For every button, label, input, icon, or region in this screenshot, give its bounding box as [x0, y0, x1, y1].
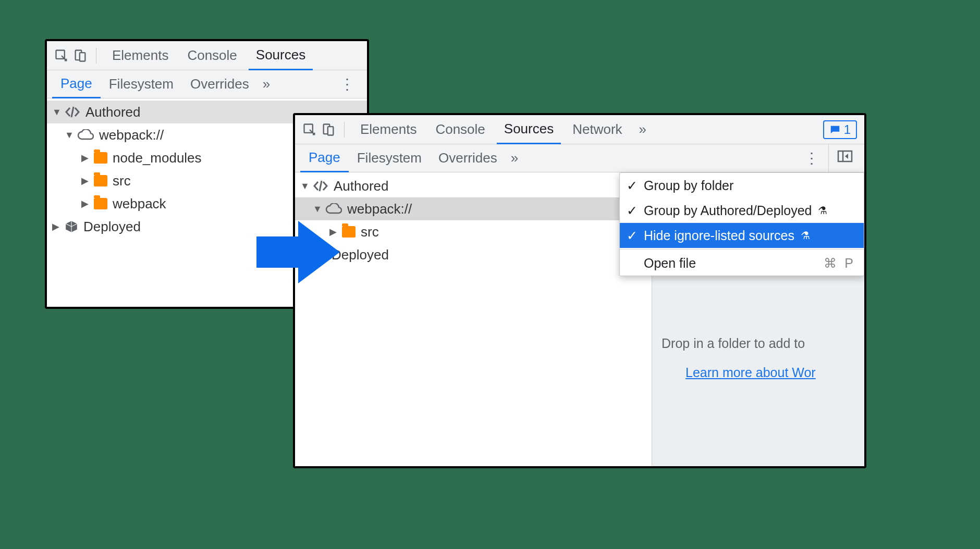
tree-label: src: [361, 224, 379, 240]
tab-elements[interactable]: Elements: [353, 115, 424, 144]
expand-icon[interactable]: [65, 130, 72, 141]
subtab-overrides[interactable]: Overrides: [430, 144, 506, 172]
cloud-icon: [325, 203, 342, 215]
tab-sources[interactable]: Sources: [249, 41, 313, 70]
more-subtabs-icon[interactable]: »: [258, 76, 275, 92]
expand-icon[interactable]: [81, 152, 89, 164]
tree-label: webpack://: [99, 127, 164, 143]
tab-console[interactable]: Console: [180, 41, 244, 70]
menu-open-file[interactable]: Open file ⌘ P: [620, 251, 864, 276]
toolbar-divider: [96, 48, 96, 64]
subtab-filesystem[interactable]: Filesystem: [101, 70, 182, 98]
menu-label: Group by Authored/Deployed: [644, 203, 812, 218]
svg-rect-3: [80, 53, 85, 61]
main-toolbar: Elements Console Sources Network » 1: [295, 115, 864, 144]
tree-label: webpack: [113, 196, 166, 212]
inspect-icon[interactable]: [54, 48, 69, 63]
tree-authored[interactable]: Authored: [295, 174, 652, 197]
menu-group-by-folder[interactable]: ✓ Group by folder: [620, 173, 864, 198]
expand-icon[interactable]: [52, 221, 59, 232]
sources-subbar: Page Filesystem Overrides » ⋮: [47, 70, 367, 98]
learn-more-link[interactable]: Learn more about Wor: [685, 365, 816, 380]
expand-icon[interactable]: [81, 175, 89, 186]
kebab-menu-icon[interactable]: ⋮: [333, 76, 362, 93]
cloud-icon: [77, 129, 94, 141]
sources-options-menu: ✓ Group by folder ✓ Group by Authored/De…: [619, 172, 864, 276]
tab-elements[interactable]: Elements: [105, 41, 176, 70]
more-subtabs-icon[interactable]: »: [506, 150, 523, 166]
transition-arrow: [256, 221, 340, 285]
svg-marker-0: [256, 221, 340, 283]
tab-sources[interactable]: Sources: [497, 115, 561, 144]
file-tree: Authored webpack:// src Deployed: [295, 172, 652, 466]
expand-icon[interactable]: [313, 204, 320, 215]
tree-label: Authored: [334, 178, 389, 194]
subtab-page[interactable]: Page: [52, 70, 101, 98]
tree-label: node_modules: [113, 150, 202, 166]
issues-count: 1: [844, 122, 851, 137]
tab-network[interactable]: Network: [565, 115, 629, 144]
sources-subbar: Page Filesystem Overrides » ⋮: [295, 144, 864, 172]
toggle-navigator-icon[interactable]: [831, 150, 859, 166]
subtab-overrides[interactable]: Overrides: [182, 70, 258, 98]
check-icon: ✓: [626, 203, 638, 218]
drop-folder-text: Drop in a folder to add to: [662, 336, 805, 351]
check-icon: ✓: [626, 228, 638, 243]
tree-label: Deployed: [83, 219, 141, 235]
toolbar-divider: [344, 122, 345, 138]
expand-icon[interactable]: [81, 198, 89, 209]
tree-deployed[interactable]: Deployed: [295, 243, 652, 266]
code-icon: [65, 106, 80, 118]
expand-icon[interactable]: [300, 181, 308, 192]
subtab-filesystem[interactable]: Filesystem: [349, 144, 430, 172]
tree-label: Authored: [85, 104, 141, 120]
expand-icon[interactable]: [52, 107, 59, 118]
tree-webpack[interactable]: webpack://: [293, 197, 652, 220]
svg-rect-6: [328, 127, 334, 135]
devtools-panel-after: Elements Console Sources Network » 1 Pag…: [293, 113, 866, 468]
device-toggle-icon[interactable]: [321, 122, 336, 137]
code-icon: [313, 180, 328, 192]
menu-hide-ignore-listed[interactable]: ✓ Hide ignore-listed sources ⚗: [620, 223, 864, 248]
folder-icon: [94, 198, 107, 209]
tree-label: src: [113, 173, 131, 189]
issues-badge[interactable]: 1: [823, 120, 857, 139]
folder-icon: [94, 175, 107, 186]
subbar-divider: [828, 144, 829, 172]
tab-console[interactable]: Console: [428, 115, 492, 144]
folder-icon: [342, 226, 356, 238]
menu-label: Open file: [644, 256, 696, 271]
subtab-page[interactable]: Page: [300, 144, 349, 172]
menu-group-by-authored-deployed[interactable]: ✓ Group by Authored/Deployed ⚗: [620, 198, 864, 223]
check-icon: ✓: [626, 178, 638, 193]
menu-label: Group by folder: [644, 178, 733, 193]
menu-label: Hide ignore-listed sources: [644, 228, 794, 243]
tree-folder-src[interactable]: src: [295, 220, 652, 243]
experiment-icon: ⚗: [801, 229, 810, 242]
more-tabs-icon[interactable]: »: [634, 121, 652, 138]
kebab-menu-icon[interactable]: ⋮: [797, 149, 826, 167]
device-toggle-icon[interactable]: [73, 48, 88, 63]
inspect-icon[interactable]: [302, 122, 317, 137]
menu-shortcut: ⌘ P: [824, 256, 855, 271]
deployed-icon: [65, 220, 78, 233]
menu-separator: [620, 249, 864, 249]
tree-label: webpack://: [347, 201, 412, 217]
main-toolbar: Elements Console Sources: [47, 41, 367, 70]
experiment-icon: ⚗: [818, 204, 827, 217]
tree-label: Deployed: [332, 247, 389, 263]
folder-icon: [94, 152, 107, 164]
